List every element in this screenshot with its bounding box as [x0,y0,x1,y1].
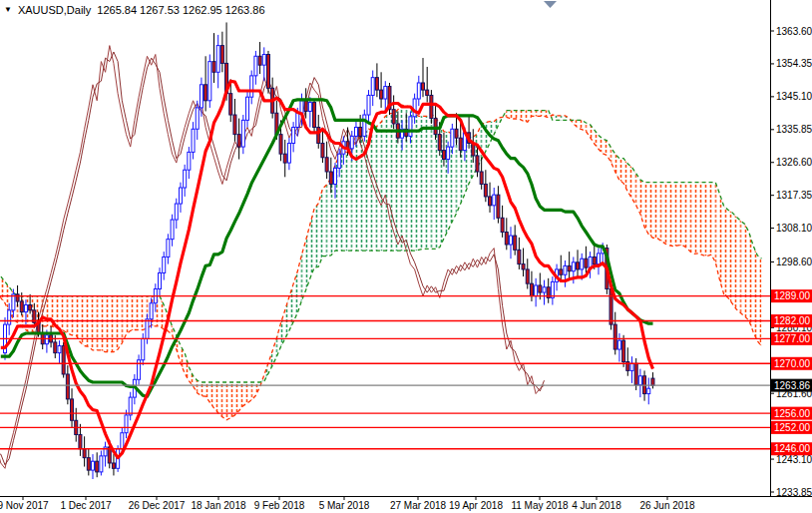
candle-down [484,184,487,196]
level-price-badge-label: 1246.00 [774,443,811,454]
ohlc-values: 1265.84 1267.53 1262.95 1263.86 [97,4,264,16]
candle-down [204,85,207,101]
candle-down [522,264,525,269]
price-axis-label: 1317.35 [776,190,812,201]
current-price-badge-label: 1263.86 [774,380,811,391]
candle-up [262,55,265,66]
date-axis-label: 27 Mar 2018 [390,500,447,511]
candle-up [125,415,128,433]
price-axis-label: 1345.10 [776,91,812,102]
price-axis-label: 1363.60 [776,26,812,37]
candle-down [622,340,625,361]
candle-up [167,240,170,257]
candle-down [489,197,492,206]
candle-down [220,46,223,64]
candle-down [359,127,362,136]
candle-down [476,156,479,172]
candle-down [585,258,588,267]
candle-up [572,262,575,271]
candle-down [459,138,462,150]
price-axis-label: 1298.60 [776,256,812,267]
candle-up [196,108,199,129]
candle-up [8,310,11,324]
candle-up [334,168,337,184]
candle-down [62,345,65,373]
candle-up [146,319,149,339]
candle-down [329,172,332,184]
candle-up [175,204,178,220]
candle-up [354,127,357,136]
price-badges: 1289.001282.001277.001270.001256.001252.… [771,289,812,455]
candle-up [417,83,420,99]
level-price-badge-label: 1282.00 [774,315,811,326]
candle-down [313,103,316,128]
candle-up [179,188,182,204]
candle-down [530,283,533,295]
candle-down [577,262,580,269]
candle-up [287,144,290,164]
candle-up [58,345,61,352]
candle-up [384,87,387,99]
down-arrow-marker[interactable] [544,1,557,8]
date-axis-label: 11 May 2018 [511,500,569,511]
candle-down [634,363,637,384]
candle-down [279,135,282,155]
candle-up [597,254,600,264]
candle-down [71,399,74,420]
candle-up [250,76,253,97]
candle-up [543,287,546,292]
candle-up [367,95,370,115]
candle-down [29,305,32,310]
candle-up [350,136,353,148]
candle-down [112,463,115,468]
candle-up [200,85,203,108]
date-axis-label: 26 Dec 2017 [129,500,186,511]
candle-up [300,101,303,113]
candle-down [229,94,232,115]
candle-up [409,117,412,137]
candle-up [91,461,94,470]
candle-up [246,97,249,120]
candle-down [442,151,445,160]
price-chart[interactable]: 1363.601354.351345.101335.851326.601317.… [0,0,812,513]
symbol-timeframe-label: XAUUSD,Daily [18,4,91,16]
chart-window: ▼ XAUUSD,Daily 1265.84 1267.53 1262.95 1… [0,0,812,513]
plot-area[interactable] [0,22,761,479]
price-axis-label: 1354.35 [776,58,812,69]
candle-up [241,120,244,147]
candle-up [208,62,211,101]
candle-up [535,285,538,296]
candle-down [16,294,19,301]
candle-down [501,218,504,232]
candle-up [142,338,145,359]
level-price-badge-label: 1270.00 [774,358,811,369]
candle-up [447,147,450,159]
candle-up [254,56,257,76]
symbol-dropdown-icon[interactable]: ▼ [4,6,12,14]
candle-up [338,154,341,168]
candle-down [66,374,69,399]
candle-up [638,376,641,385]
candle-up [630,363,633,370]
candle-up [159,272,162,288]
candle-up [617,340,620,349]
candle-down [87,458,90,470]
candle-up [216,46,219,73]
candle-down [380,90,383,99]
candle-down [539,285,542,292]
candle-down [526,269,529,283]
date-axis-label: 19 Apr 2018 [449,500,503,511]
candle-down [426,90,429,95]
candle-down [422,83,425,90]
date-axis-label: 9 Feb 2018 [254,500,305,511]
candle-down [96,461,99,472]
price-axis-label: 1335.85 [776,124,812,135]
candle-up [150,303,153,319]
date-axis-label: 9 Nov 2017 [0,500,49,511]
date-axis-label: 26 Jun 2018 [639,500,694,511]
candle-down [266,55,269,89]
candle-down [392,110,395,124]
candle-down [20,301,23,312]
candle-up [581,258,584,269]
candle-down [375,78,378,90]
